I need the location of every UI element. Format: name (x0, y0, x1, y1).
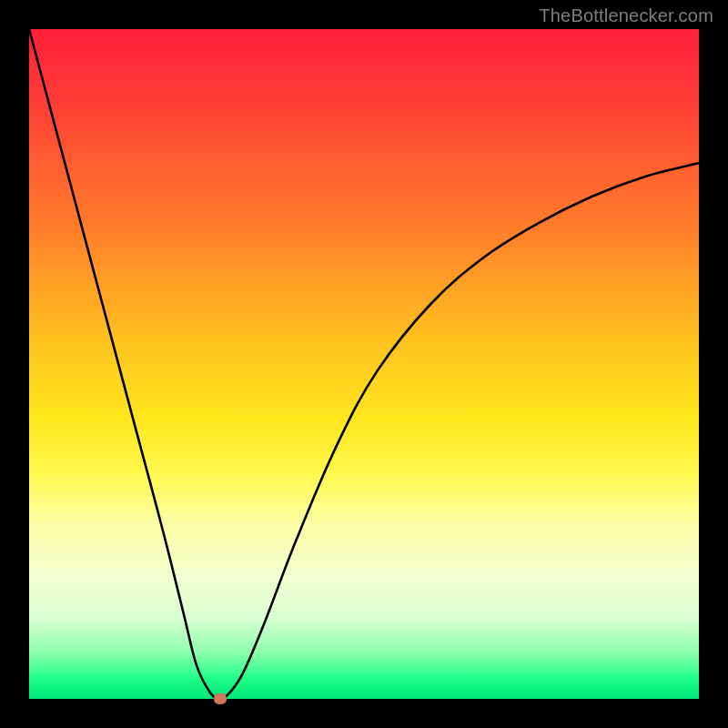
watermark-text: TheBottlenecker.com (539, 5, 713, 26)
optimum-marker (214, 693, 227, 704)
chart-frame: TheBottlenecker.com (0, 0, 728, 728)
bottleneck-curve-path (29, 29, 699, 699)
plot-area (29, 29, 699, 699)
curve-svg (29, 29, 699, 699)
